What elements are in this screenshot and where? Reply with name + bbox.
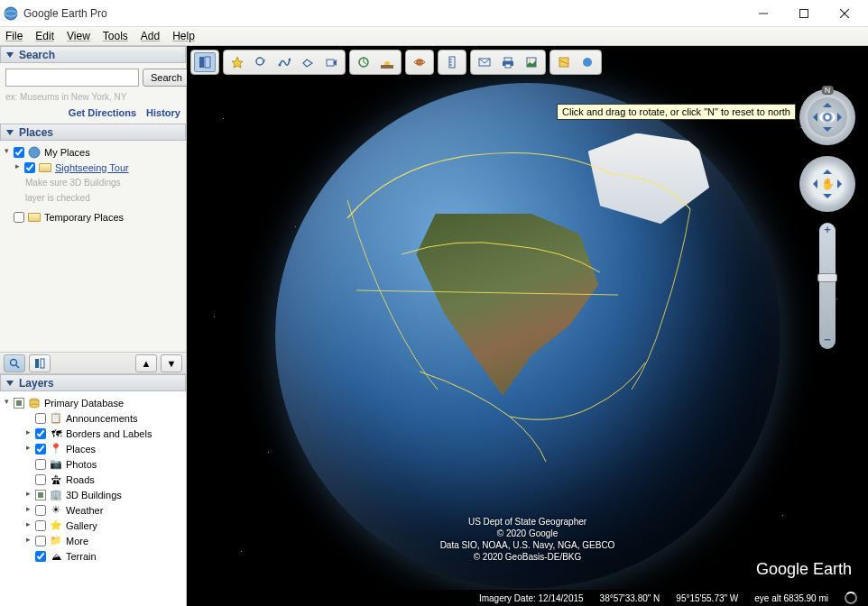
layer-checkbox[interactable]: [35, 444, 46, 454]
print-button[interactable]: [497, 52, 519, 72]
look-up-arrow[interactable]: [823, 98, 832, 107]
navigation-controls: N ✋ + −: [796, 89, 859, 349]
places-split-button[interactable]: [29, 354, 51, 372]
menu-view[interactable]: View: [67, 30, 90, 42]
zoom-thumb[interactable]: [817, 273, 837, 282]
history-link[interactable]: History: [146, 107, 180, 118]
checkbox-primary-db[interactable]: [14, 398, 24, 409]
checkbox-my-places[interactable]: [14, 147, 24, 158]
layer-checkbox[interactable]: [35, 459, 46, 470]
svg-rect-20: [327, 60, 334, 66]
email-button[interactable]: [474, 52, 495, 72]
layer-checkbox[interactable]: [35, 520, 46, 531]
layer-checkbox[interactable]: [35, 428, 46, 439]
layer-row-borders-and-labels[interactable]: ▸🗺Borders and Labels: [2, 426, 184, 441]
layer-label: 3D Buildings: [66, 490, 122, 500]
menu-edit[interactable]: Edit: [35, 30, 54, 42]
layer-row-more[interactable]: ▸📁More: [2, 533, 184, 548]
sightseeing-link[interactable]: Sightseeing Tour: [55, 162, 129, 173]
globe[interactable]: [275, 83, 780, 588]
sign-in-button[interactable]: [577, 52, 598, 72]
ruler-button[interactable]: [441, 52, 463, 72]
tree-row-my-places[interactable]: ▾ My Places: [2, 144, 184, 160]
historical-imagery-button[interactable]: [353, 52, 374, 72]
layer-row-announcements[interactable]: 📋Announcements: [2, 410, 184, 426]
map-viewport[interactable]: Click and drag to rotate, or click "N" t…: [187, 46, 868, 606]
layer-checkbox[interactable]: [35, 551, 46, 562]
look-left-arrow[interactable]: [808, 113, 817, 122]
search-panel-header[interactable]: Search: [0, 46, 186, 63]
layer-row-places[interactable]: ▸📍Places: [2, 441, 184, 456]
search-button[interactable]: Search: [143, 69, 190, 87]
layer-row-roads[interactable]: 🛣Roads: [2, 472, 184, 487]
tree-row-sightseeing[interactable]: ▸ Sightseeing Tour: [2, 160, 184, 175]
zoom-out-button[interactable]: −: [819, 333, 836, 349]
toggle-sidebar-button[interactable]: [194, 52, 216, 72]
placemark-button[interactable]: [226, 52, 248, 72]
expand-icon[interactable]: ▾: [2, 398, 12, 408]
layer-row-gallery[interactable]: ▸⭐Gallery: [2, 518, 184, 533]
layer-checkbox[interactable]: [35, 505, 46, 516]
search-input[interactable]: [5, 69, 139, 87]
tree-row-primary-db[interactable]: ▾ Primary Database: [2, 395, 184, 410]
places-down-button[interactable]: ▼: [161, 354, 182, 372]
zoom-in-button[interactable]: +: [819, 223, 836, 239]
pan-down-arrow[interactable]: [823, 194, 832, 203]
layers-panel-header[interactable]: Layers: [0, 374, 186, 391]
record-tour-button[interactable]: [320, 52, 342, 72]
polygon-button[interactable]: [250, 52, 272, 72]
layer-checkbox[interactable]: [35, 490, 46, 500]
expand-icon[interactable]: ▸: [23, 505, 33, 515]
pan-up-arrow[interactable]: [823, 165, 832, 174]
window-titlebar: Google Earth Pro: [0, 0, 868, 27]
pan-control[interactable]: ✋: [799, 156, 855, 212]
pan-left-arrow[interactable]: [808, 179, 817, 188]
image-overlay-button[interactable]: [297, 52, 319, 72]
expand-icon[interactable]: ▸: [23, 490, 33, 500]
close-button[interactable]: [824, 1, 864, 26]
look-right-arrow[interactable]: [837, 113, 846, 122]
expand-icon[interactable]: ▸: [23, 536, 33, 546]
menu-add[interactable]: Add: [141, 30, 160, 42]
maximize-button[interactable]: [783, 1, 824, 26]
pan-right-arrow[interactable]: [837, 179, 846, 188]
layer-icon: 📷: [49, 458, 63, 471]
sunlight-button[interactable]: [376, 52, 398, 72]
layer-label: Places: [66, 444, 96, 454]
layer-row-terrain[interactable]: ⛰Terrain: [2, 548, 184, 564]
expand-icon[interactable]: ▸: [23, 520, 33, 530]
places-search-button[interactable]: [4, 354, 25, 372]
zoom-slider[interactable]: + −: [819, 223, 836, 349]
layer-row-3d-buildings[interactable]: ▸🏢3D Buildings: [2, 487, 184, 502]
collapse-triangle-icon: [6, 130, 14, 135]
checkbox-temp-places[interactable]: [14, 212, 24, 223]
layer-checkbox[interactable]: [35, 474, 46, 485]
north-indicator[interactable]: N: [822, 86, 834, 95]
menu-tools[interactable]: Tools: [103, 30, 128, 42]
layer-row-photos[interactable]: 📷Photos: [2, 456, 184, 472]
places-up-button[interactable]: ▲: [135, 354, 157, 372]
path-button[interactable]: [273, 52, 295, 72]
expand-icon[interactable]: ▾: [2, 147, 12, 157]
expand-icon[interactable]: ▸: [23, 428, 33, 438]
expand-icon[interactable]: ▸: [23, 444, 33, 454]
get-directions-link[interactable]: Get Directions: [69, 107, 136, 118]
layer-checkbox[interactable]: [35, 413, 46, 424]
look-compass[interactable]: N: [799, 89, 855, 145]
checkbox-sightseeing[interactable]: [24, 162, 35, 173]
tree-row-temp-places[interactable]: Temporary Places: [2, 209, 184, 225]
minimize-button[interactable]: [743, 1, 783, 26]
view-in-maps-button[interactable]: [553, 52, 575, 72]
expand-icon[interactable]: ▸: [13, 162, 23, 172]
menu-help[interactable]: Help: [172, 30, 195, 42]
layer-checkbox[interactable]: [35, 536, 46, 546]
layer-row-weather[interactable]: ▸☀Weather: [2, 502, 184, 518]
svg-line-8: [16, 365, 19, 368]
planets-button[interactable]: [409, 52, 430, 72]
layer-icon: 📋: [49, 412, 63, 425]
look-down-arrow[interactable]: [823, 127, 832, 136]
places-panel-header[interactable]: Places: [0, 124, 186, 141]
menu-file[interactable]: File: [5, 30, 23, 42]
save-image-button[interactable]: [521, 52, 542, 72]
svg-point-7: [11, 359, 17, 365]
